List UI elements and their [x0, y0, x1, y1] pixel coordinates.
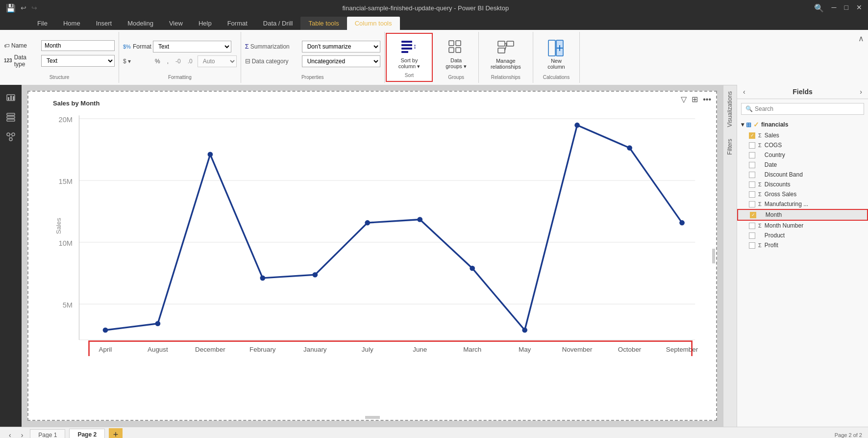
field-date[interactable]: Σ Date [737, 160, 868, 170]
format-select[interactable]: Text Number Currency [153, 41, 231, 52]
field-month[interactable]: ✓ Σ Month [737, 209, 868, 221]
menu-table-tools[interactable]: Table tools [300, 17, 347, 30]
svg-text:5M: 5M [63, 301, 73, 309]
sales-sigma: Σ [758, 132, 762, 138]
field-month-number[interactable]: Σ Month Number [737, 221, 868, 231]
field-product[interactable]: Σ Product [737, 231, 868, 240]
new-column-btn[interactable]: Newcolumn [543, 36, 570, 72]
discounts-sigma: Σ [758, 181, 762, 187]
field-manufacturing[interactable]: Σ Manufacturing ... [737, 199, 868, 209]
svg-text:April: April [99, 346, 112, 353]
chevron-down-icon: ▾ [741, 121, 744, 128]
name-input[interactable] [41, 40, 115, 51]
ribbon: 🏷 Name 123 Data type Text Number Date St… [0, 30, 868, 85]
filters-tab[interactable]: Filters [723, 133, 737, 161]
decimal-right[interactable]: .0 [186, 58, 195, 65]
window-title: financial-sample-finished-update-query -… [37, 4, 814, 12]
svg-rect-19 [8, 97, 9, 100]
svg-text:November: November [562, 346, 593, 353]
ribbon-collapse-btn[interactable]: ∧ [854, 32, 868, 45]
percent-symbol: % [153, 58, 162, 65]
cogs-checkbox [749, 142, 755, 149]
redo-btn[interactable]: ↪ [31, 4, 37, 12]
properties-label: Properties [245, 74, 380, 81]
manage-relationships-btn[interactable]: Managerelationships [487, 36, 525, 72]
financials-group-header[interactable]: ▾ ⊞ ✓ financials [737, 119, 868, 130]
sort-by-column-btn[interactable]: ↕ Sort bycolumn ▾ [395, 36, 424, 72]
menu-help[interactable]: Help [191, 17, 220, 30]
sidebar-report-icon[interactable] [2, 89, 20, 106]
financials-label: financials [761, 121, 788, 128]
manufacturing-sigma: Σ [758, 201, 762, 207]
visualizations-tab[interactable]: Visualizations [723, 85, 737, 133]
page-2-tab[interactable]: Page 2 [69, 429, 105, 438]
menu-data-drill[interactable]: Data / Drill [255, 17, 301, 30]
field-discounts[interactable]: Σ Discounts [737, 180, 868, 189]
close-btn[interactable]: ✕ [856, 3, 862, 13]
page-1-tab[interactable]: Page 1 [30, 429, 65, 438]
manufacturing-checkbox [749, 201, 755, 207]
sales-label: Sales [765, 132, 779, 139]
structure-label: Structure [4, 74, 115, 81]
page-prev-btn[interactable]: ‹ [6, 430, 14, 438]
field-gross-sales[interactable]: Σ Gross Sales [737, 189, 868, 199]
sidebar-data-icon[interactable] [2, 108, 20, 126]
field-cogs[interactable]: Σ COGS [737, 140, 868, 150]
svg-text:15M: 15M [59, 178, 73, 185]
field-profit[interactable]: Σ Profit [737, 240, 868, 250]
field-discount-band[interactable]: Σ Discount Band [737, 170, 868, 180]
datacategory-select[interactable]: Uncategorized Address City [302, 55, 380, 67]
svg-point-44 [208, 152, 213, 157]
relationships-label: Relationships [487, 74, 525, 81]
chart-wrapper: Sales by Month 20M 15M 10M 5M [28, 92, 716, 420]
resize-handle-right[interactable] [712, 249, 715, 263]
field-sales[interactable]: ✓ Σ Sales [737, 130, 868, 140]
page-count-text: Page 2 of 2 [835, 432, 862, 438]
menu-column-tools[interactable]: Column tools [347, 17, 400, 30]
formatting-group: $% Format Text Number Currency $ ▾ % , -… [119, 32, 241, 83]
country-label: Country [765, 152, 785, 158]
menu-file[interactable]: File [29, 17, 55, 30]
menu-insert[interactable]: Insert [88, 17, 120, 30]
minimize-btn[interactable]: ─ [832, 3, 837, 13]
field-country[interactable]: Σ Country [737, 150, 868, 160]
data-groups-btn[interactable]: Datagroups ▾ [442, 36, 471, 72]
fields-nav-prev[interactable]: ‹ [743, 88, 745, 96]
name-field-row: 🏷 Name [4, 40, 115, 51]
sidebar-model-icon[interactable] [2, 128, 20, 146]
svg-rect-10 [498, 48, 505, 53]
filter-visual-btn[interactable]: ▽ [681, 95, 687, 104]
svg-text:October: October [618, 346, 642, 353]
add-page-btn[interactable]: + [109, 428, 123, 438]
undo-btn[interactable]: ↩ [21, 4, 26, 12]
decimal-left[interactable]: -0 [174, 58, 183, 65]
more-options-btn[interactable]: ••• [703, 95, 711, 104]
title-bar: 💾 ↩ ↪ financial-sample-finished-update-q… [0, 0, 868, 16]
menu-format[interactable]: Format [220, 17, 255, 30]
menu-home[interactable]: Home [55, 17, 88, 30]
svg-point-50 [522, 328, 527, 333]
page-next-btn[interactable]: › [18, 430, 26, 438]
datatype-select[interactable]: Text Number Date [41, 55, 115, 67]
fields-search-input[interactable] [755, 105, 860, 112]
gross-sales-label: Gross Sales [765, 191, 796, 198]
month-number-checkbox [749, 223, 755, 229]
profit-label: Profit [765, 242, 778, 249]
fields-nav-next[interactable]: › [860, 88, 862, 96]
search-icon[interactable]: 🔍 [814, 3, 824, 13]
product-checkbox [749, 232, 755, 239]
format-field-row: $% Format Text Number Currency [123, 41, 237, 52]
svg-point-51 [574, 123, 580, 128]
cogs-label: COGS [765, 142, 782, 149]
summarization-select[interactable]: Don't summarize Sum Average [302, 41, 380, 52]
svg-rect-20 [10, 96, 12, 100]
focus-mode-btn[interactable]: ⊞ [692, 95, 698, 104]
maximize-btn[interactable]: □ [844, 3, 848, 13]
menu-modeling[interactable]: Modeling [120, 17, 161, 30]
properties-group: Σ Summarization Don't summarize Sum Aver… [241, 32, 385, 83]
auto-select[interactable]: Auto [198, 55, 237, 67]
svg-text:Sales: Sales [55, 218, 62, 234]
svg-rect-5 [449, 41, 454, 46]
resize-handle-bottom[interactable] [365, 416, 380, 419]
menu-view[interactable]: View [161, 17, 191, 30]
